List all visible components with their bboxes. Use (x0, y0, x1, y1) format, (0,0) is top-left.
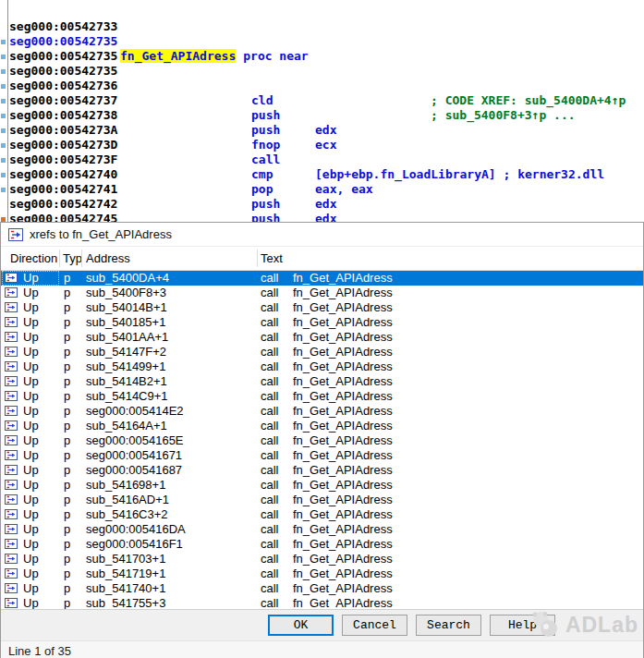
xref-address: sub_5414B2+1 (86, 374, 167, 389)
xref-type: p (64, 286, 70, 300)
code-flow-dot-icon (1, 173, 6, 177)
table-header: Direction Typ Address Text (1, 246, 643, 271)
xref-direction: Up (23, 507, 39, 522)
xref-row-icon (5, 391, 18, 401)
code-flow-dot-icon (1, 55, 6, 59)
asm-line[interactable]: seg000:00542742 call [ebp+ebp.fn_GetProc… (0, 167, 644, 182)
xref-type: p (64, 419, 70, 433)
xref-row[interactable]: Up p sub_5400F8+3 call fn_Get_APIAdress (1, 286, 643, 300)
asm-line[interactable]: seg000:00542735 fn_Get_APIAdressproc nea… (0, 5, 644, 19)
xref-call-mnemonic: call (261, 537, 279, 552)
column-divider[interactable] (81, 250, 82, 267)
xref-direction: Up (23, 522, 39, 537)
column-divider[interactable] (257, 250, 258, 267)
xref-address: sub_5416C3+2 (86, 507, 168, 522)
xref-direction: Up (23, 552, 39, 567)
adlab-logo-icon (530, 611, 564, 639)
asm-line[interactable]: seg000:00542738 fnop (0, 79, 644, 93)
xref-row[interactable]: Up p seg000:005416F1 call fn_Get_APIAdre… (1, 537, 643, 552)
status-bar: Line 1 of 35 (1, 640, 643, 658)
xref-address: sub_540185+1 (86, 315, 165, 330)
xref-row-icon (5, 554, 18, 564)
xref-target: fn_Get_APIAdress (293, 271, 393, 286)
xref-row-icon (5, 361, 18, 372)
asm-line[interactable]: seg000:00542741 push eax (0, 152, 644, 167)
xref-row[interactable]: Up p sub_541719+1 call fn_Get_APIAdress (1, 567, 643, 581)
xref-address: sub_541703+1 (86, 552, 165, 567)
xref-row[interactable]: Up p seg000:005414E2 call fn_Get_APIAdre… (1, 404, 643, 419)
xref-row[interactable]: Up p sub_54014B+1 call fn_Get_APIAdress (1, 300, 643, 315)
xref-row[interactable]: Up p sub_541703+1 call fn_Get_APIAdress (1, 552, 643, 567)
xref-row[interactable]: Up p seg000:00541671 call fn_Get_APIAdre… (1, 448, 643, 463)
xref-type: p (64, 507, 70, 522)
xref-row[interactable]: Up p sub_540185+1 call fn_Get_APIAdress (1, 315, 643, 330)
xref-row[interactable]: Up p sub_5416AD+1 call fn_Get_APIAdress (1, 493, 643, 507)
xref-row[interactable]: Up p sub_54147F+2 call fn_Get_APIAdress (1, 345, 643, 359)
xref-call-mnemonic: call (261, 419, 279, 433)
xref-direction: Up (23, 463, 39, 478)
search-button[interactable]: Search (416, 615, 481, 636)
xref-call-mnemonic: call (261, 286, 279, 300)
xref-target: fn_Get_APIAdress (293, 552, 393, 567)
xref-type: p (64, 315, 70, 330)
asm-line[interactable]: seg000:0054273A call [ebp+ebp.fn_LoadLib… (0, 93, 644, 108)
xref-row[interactable]: Up p sub_5416C3+2 call fn_Get_APIAdress (1, 507, 643, 522)
xref-row-icon (5, 568, 18, 579)
asm-line[interactable]: seg000:00542745 fn_Get_APIAdressendp (0, 197, 644, 212)
asm-line[interactable]: seg000:00542737 push ecx (0, 64, 644, 79)
asm-line[interactable]: seg000:0054273D cmp eax, eax (0, 108, 644, 123)
xref-address: seg000:005416F1 (86, 537, 183, 552)
ok-button[interactable]: OK (268, 615, 334, 636)
xref-call-mnemonic: call (261, 478, 279, 493)
asm-line[interactable]: seg000:00542745 (0, 212, 644, 222)
xref-type: p (64, 478, 70, 493)
xref-type: p (64, 493, 70, 507)
xref-target: fn_Get_APIAdress (293, 300, 393, 315)
xref-address: seg000:00541671 (86, 448, 182, 463)
dialog-button-bar: OK Cancel Search Help ADLab (1, 609, 643, 640)
xref-address: sub_5401AA+1 (86, 330, 168, 345)
xref-row[interactable]: Up p sub_5400DA+4 call fn_Get_APIAdress (1, 271, 643, 286)
xref-row[interactable]: Up p sub_5401AA+1 call fn_Get_APIAdress (1, 330, 643, 345)
xref-row-icon (5, 435, 18, 445)
status-line-text: Line 1 of 35 (8, 644, 71, 658)
asm-line[interactable]: seg000:00542735 cld (0, 34, 644, 49)
xref-row[interactable]: Up p seg000:0054165E call fn_Get_APIAdre… (1, 433, 643, 448)
xref-address: sub_54014B+1 (86, 300, 167, 315)
xref-type: p (64, 300, 70, 315)
xref-row[interactable]: Up p seg000:005416DA call fn_Get_APIAdre… (1, 522, 643, 537)
xref-row[interactable]: Up p sub_541740+1 call fn_Get_APIAdress (1, 581, 643, 596)
xref-direction: Up (23, 419, 39, 433)
code-flow-dot-icon (1, 99, 6, 104)
code-flow-dot-icon (1, 114, 6, 118)
xref-row-icon (5, 332, 18, 342)
xref-row-icon (5, 317, 18, 327)
xref-row-icon (5, 465, 18, 475)
xref-row[interactable]: Up p sub_5414C9+1 call fn_Get_APIAdress (1, 389, 643, 404)
xref-direction: Up (23, 345, 39, 359)
xref-call-mnemonic: call (261, 359, 279, 374)
xref-type: p (64, 596, 70, 609)
xref-row[interactable]: Up p sub_5414B2+1 call fn_Get_APIAdress (1, 374, 643, 389)
column-header-direction[interactable]: Direction (10, 247, 57, 270)
xref-row[interactable]: Up p sub_541499+1 call fn_Get_APIAdress (1, 359, 643, 374)
column-header-type[interactable]: Typ (63, 247, 82, 270)
cancel-button[interactable]: Cancel (342, 615, 407, 636)
xref-target: fn_Get_APIAdress (293, 478, 393, 493)
asm-line[interactable]: seg000:00542736 push edx (0, 49, 644, 64)
column-header-text[interactable]: Text (261, 247, 283, 270)
xref-type: p (64, 522, 70, 537)
xref-row-icon (5, 302, 18, 312)
dialog-titlebar[interactable]: xrefs to fn_Get_APIAdress (1, 223, 643, 246)
xref-row[interactable]: Up p seg000:00541687 call fn_Get_APIAdre… (1, 463, 643, 478)
asm-line[interactable]: seg000:0054273F pop edx (0, 123, 644, 138)
column-divider[interactable] (59, 250, 60, 267)
xref-type: p (64, 448, 70, 463)
asm-line[interactable]: seg000:00542740 push edx (0, 138, 644, 152)
xref-row[interactable]: Up p sub_541755+3 call fn_Get_APIAdress (1, 596, 643, 609)
asm-line[interactable]: seg000:00542735 ; sub_5400F8+3↑p ... (0, 19, 644, 34)
xref-row[interactable]: Up p sub_54164A+1 call fn_Get_APIAdress (1, 419, 643, 433)
xref-row[interactable]: Up p sub_541698+1 call fn_Get_APIAdress (1, 478, 643, 493)
asm-line[interactable]: seg000:00542745 retn (0, 182, 644, 197)
column-header-address[interactable]: Address (86, 247, 130, 270)
